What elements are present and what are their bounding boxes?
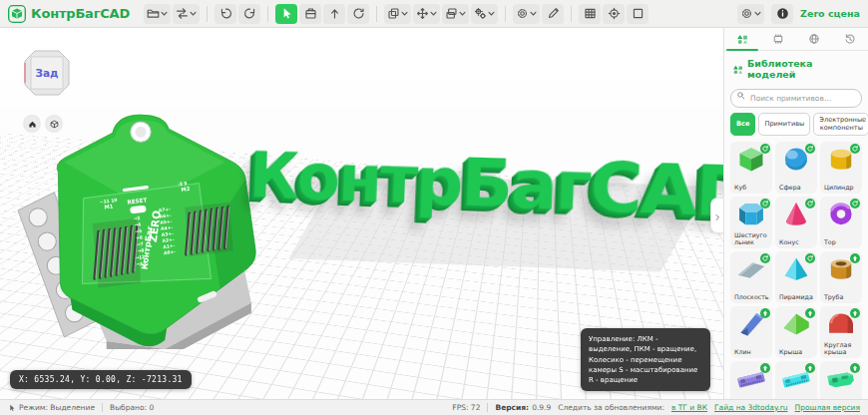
- app-logo[interactable]: КонтрБагCAD: [8, 5, 130, 23]
- raise-button[interactable]: [323, 4, 345, 24]
- reset-rotation-button[interactable]: [347, 4, 369, 24]
- link-social[interactable]: в ТГ и ВК: [671, 403, 707, 412]
- upload-badge-icon[interactable]: [760, 363, 770, 373]
- redo-button[interactable]: [238, 4, 260, 24]
- folder-icon: [147, 7, 160, 20]
- library-item-7[interactable]: Пирамида: [775, 251, 817, 303]
- viewport-3d[interactable]: Зад: [0, 28, 723, 399]
- frame-button[interactable]: [627, 4, 649, 24]
- select-tool-button[interactable]: [275, 4, 297, 24]
- workplane-button[interactable]: [299, 4, 321, 24]
- view-settings-button[interactable]: [737, 4, 764, 24]
- library-item-4[interactable]: Конус: [775, 197, 817, 248]
- upload-badge-icon[interactable]: [805, 363, 815, 373]
- tab-components[interactable]: [760, 28, 796, 50]
- measure-button[interactable]: [542, 4, 564, 24]
- upload-badge-icon[interactable]: [850, 253, 860, 263]
- move-button[interactable]: [413, 4, 440, 24]
- svg-text:→5: →5: [135, 228, 142, 234]
- snap-button[interactable]: [603, 4, 625, 24]
- tab-history[interactable]: [832, 28, 868, 50]
- library-item-12[interactable]: Нано: [730, 361, 772, 399]
- sync-badge-icon[interactable]: [805, 144, 815, 154]
- panel-collapse-handle[interactable]: [710, 198, 723, 233]
- library-item-label: Труба: [824, 294, 860, 301]
- svg-text:→6: →6: [136, 234, 143, 240]
- fps-label: FPS: 72: [452, 403, 480, 412]
- library-item-9[interactable]: Клин: [730, 306, 772, 358]
- sync-badge-icon[interactable]: [760, 144, 770, 154]
- arrow-up-icon: [328, 7, 341, 20]
- library-item-label: Клин: [734, 349, 770, 356]
- library-item-14[interactable]: Uno: [820, 361, 862, 399]
- toolbar-divider: [376, 6, 377, 22]
- caret-down-icon: [401, 10, 408, 17]
- open-project-button[interactable]: [144, 4, 171, 24]
- transform-settings-button[interactable]: [471, 4, 498, 24]
- shapes-icon: [732, 64, 743, 75]
- copy-button[interactable]: [384, 4, 411, 24]
- duplicate-button[interactable]: [442, 4, 469, 24]
- move-icon: [416, 7, 429, 20]
- info-button[interactable]: [771, 4, 793, 24]
- import-export-button[interactable]: [173, 4, 200, 24]
- library-item-3[interactable]: Шестиугольник: [730, 197, 772, 248]
- toolbar-divider: [207, 6, 208, 22]
- toolbar-groups: [144, 4, 649, 24]
- settings-button[interactable]: [513, 4, 540, 24]
- globe-icon: [808, 33, 820, 45]
- sync-badge-icon[interactable]: [805, 253, 815, 263]
- library-item-11[interactable]: Круглая крыша: [820, 306, 862, 358]
- sync-badge-icon[interactable]: [805, 199, 815, 208]
- library-item-0[interactable]: Куб: [730, 142, 772, 194]
- copy-icon: [387, 7, 400, 20]
- link-guide[interactable]: Гайд на 3dtoday.ru: [714, 403, 788, 412]
- tab-library[interactable]: [724, 28, 760, 50]
- view-nav: [24, 116, 62, 132]
- undo-icon: [219, 7, 232, 20]
- view-cube[interactable]: Зад: [22, 48, 72, 98]
- library-header: Библиотека моделей: [724, 51, 868, 84]
- sync-badge-icon[interactable]: [850, 199, 860, 208]
- upload-badge-icon[interactable]: [760, 308, 770, 318]
- sync-badge-icon[interactable]: [760, 253, 770, 263]
- toolbar-divider: [267, 6, 268, 22]
- sync-icon: [352, 7, 365, 20]
- fit-view-button[interactable]: [46, 116, 62, 132]
- library-item-1[interactable]: Сфера: [775, 142, 817, 194]
- upload-badge-icon[interactable]: [805, 308, 815, 318]
- link-previous-version[interactable]: Прошлая версия: [795, 403, 860, 412]
- home-view-button[interactable]: [24, 116, 40, 132]
- svg-text:→4: →4: [134, 221, 141, 227]
- library-item-2[interactable]: Цилиндр: [820, 142, 862, 194]
- caret-down-icon: [459, 10, 466, 17]
- upload-badge-icon[interactable]: [850, 363, 860, 373]
- app-title: КонтрБагCAD: [31, 6, 130, 21]
- filter-chip-1[interactable]: Примитивы: [758, 113, 810, 136]
- workplane-icon: [304, 7, 317, 20]
- search-input[interactable]: [730, 89, 862, 108]
- sync-badge-icon[interactable]: [760, 199, 770, 208]
- version-label: Версия:: [495, 403, 529, 412]
- controller-model[interactable]: RESET ~11 10 M1 -3 9 M2 КонтрБаг ZERO →2…: [14, 110, 265, 349]
- sync-badge-icon[interactable]: [850, 144, 860, 154]
- library-item-label: Шестиугольник: [734, 232, 770, 246]
- filter-chip-0[interactable]: Все: [730, 113, 755, 136]
- library-item-6[interactable]: Плоскость: [730, 251, 772, 303]
- grid-settings-button[interactable]: [579, 4, 601, 24]
- filter-chip-2[interactable]: Электронные компоненты: [813, 113, 868, 136]
- library-item-13[interactable]: Нано: [775, 361, 817, 399]
- upload-badge-icon[interactable]: [850, 308, 860, 318]
- version-value: 0.9.9: [532, 403, 551, 412]
- app-window: КонтрБагCAD Zero сцена Зад: [0, 0, 868, 415]
- library-item-10[interactable]: Крыша: [775, 306, 817, 358]
- scene-name[interactable]: Zero сцена: [800, 8, 860, 19]
- model-m2-label: M2: [181, 186, 191, 193]
- library-item-5[interactable]: Тор: [820, 197, 862, 248]
- library-item-label: Конус: [779, 239, 815, 246]
- undo-button[interactable]: [215, 4, 236, 24]
- status-bar: Режим: Выделение Выбрано: 0 FPS: 72 Верс…: [0, 399, 868, 415]
- library-grid: КубСфераЦилиндрШестиугольникКонусТорПлос…: [724, 142, 868, 399]
- tab-world[interactable]: [796, 28, 832, 50]
- library-item-8[interactable]: Труба: [820, 251, 862, 303]
